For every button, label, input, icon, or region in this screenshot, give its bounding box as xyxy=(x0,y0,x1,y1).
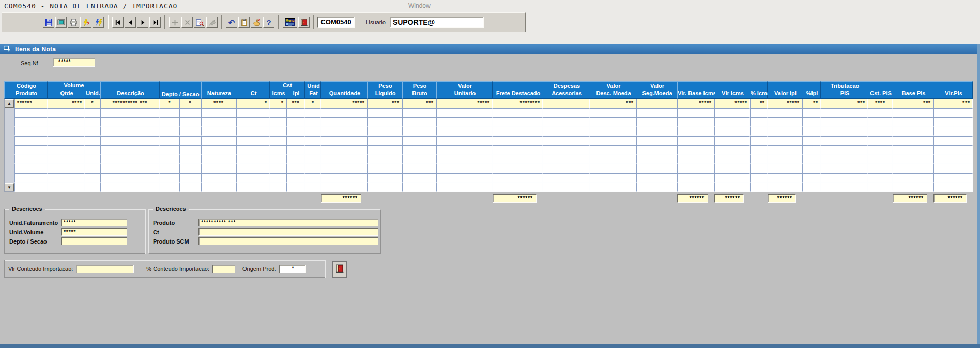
grid-cell[interactable] xyxy=(821,145,868,155)
grid-cell[interactable] xyxy=(768,145,802,155)
grid-cell[interactable] xyxy=(368,136,402,145)
grid-cell[interactable] xyxy=(436,145,493,155)
grid-cell[interactable] xyxy=(636,136,677,145)
grid-cell[interactable] xyxy=(201,108,236,117)
help-button[interactable]: ? xyxy=(263,17,274,28)
grid-cell[interactable] xyxy=(321,117,368,127)
text-field[interactable] xyxy=(61,237,127,245)
grid-cell[interactable] xyxy=(305,145,321,155)
grid-cell[interactable]: ********** *** xyxy=(100,99,160,108)
grid-cell[interactable] xyxy=(286,136,305,145)
grid-cell[interactable] xyxy=(436,155,493,164)
grid-cell[interactable] xyxy=(270,145,286,155)
grid-cell[interactable] xyxy=(321,173,368,183)
seq-nf-field[interactable]: ***** xyxy=(53,58,95,67)
grid-cell[interactable] xyxy=(802,117,821,127)
grid-cell[interactable] xyxy=(868,183,893,192)
grid-cell[interactable] xyxy=(179,136,201,145)
grid-cell[interactable] xyxy=(714,117,750,127)
grid-cell[interactable] xyxy=(160,136,179,145)
grid-cell[interactable] xyxy=(768,183,802,192)
grid-cell[interactable] xyxy=(160,117,179,127)
grid-cell[interactable] xyxy=(543,145,590,155)
grid-cell[interactable] xyxy=(201,127,236,136)
print-button[interactable] xyxy=(68,17,79,28)
grid-cell[interactable] xyxy=(100,155,160,164)
grid-cell[interactable] xyxy=(714,183,750,192)
grid-cell[interactable] xyxy=(14,108,48,117)
form-code-field[interactable]: COM0540 xyxy=(317,17,355,28)
grid-cell[interactable] xyxy=(179,164,201,173)
grid-cell[interactable]: **** xyxy=(48,99,85,108)
grid-cell[interactable] xyxy=(714,145,750,155)
grid-cell[interactable] xyxy=(236,108,270,117)
grid-cell[interactable]: ** xyxy=(802,99,821,108)
grid-cell[interactable] xyxy=(636,117,677,127)
grid-cell[interactable] xyxy=(179,155,201,164)
grid-cell[interactable] xyxy=(893,136,933,145)
grid-cell[interactable] xyxy=(48,164,85,173)
grid-cell[interactable] xyxy=(768,164,802,173)
save-button[interactable] xyxy=(43,17,54,28)
grid-cell[interactable] xyxy=(436,164,493,173)
grid-cell[interactable] xyxy=(636,127,677,136)
grid-cell[interactable]: *** xyxy=(402,99,436,108)
grid-cell[interactable] xyxy=(868,173,893,183)
grid-cell[interactable] xyxy=(543,108,590,117)
undo-button[interactable]: ↶ xyxy=(226,17,237,28)
grid-cell[interactable]: **** xyxy=(201,99,236,108)
grid-cell[interactable] xyxy=(201,164,236,173)
grid-cell[interactable] xyxy=(160,183,179,192)
grid-cell[interactable] xyxy=(160,127,179,136)
grid-cell[interactable] xyxy=(821,173,868,183)
grid-cell[interactable] xyxy=(305,108,321,117)
grid-cell[interactable] xyxy=(590,136,636,145)
grid-cell[interactable] xyxy=(714,127,750,136)
grid-cell[interactable] xyxy=(286,117,305,127)
grid-cell[interactable] xyxy=(48,108,85,117)
grid-cell[interactable] xyxy=(868,145,893,155)
grid-cell[interactable] xyxy=(893,127,933,136)
grid-cell[interactable] xyxy=(402,127,436,136)
grid-cell[interactable] xyxy=(85,183,100,192)
window-button[interactable] xyxy=(55,17,67,28)
grid-cell[interactable] xyxy=(236,136,270,145)
grid-cell[interactable]: *** xyxy=(286,99,305,108)
grid-cell[interactable] xyxy=(201,117,236,127)
grid-cell[interactable] xyxy=(85,164,100,173)
usuario-field[interactable]: SUPORTE@ xyxy=(390,17,484,28)
grid-cell[interactable] xyxy=(368,183,402,192)
grid-cell[interactable] xyxy=(893,145,933,155)
grid-cell[interactable] xyxy=(933,117,973,127)
grid-cell[interactable] xyxy=(48,155,85,164)
grid-cell[interactable] xyxy=(933,155,973,164)
insert-record-button[interactable] xyxy=(169,17,180,28)
grid-cell[interactable]: * xyxy=(236,99,270,108)
grid-cell[interactable] xyxy=(321,155,368,164)
grid-cell[interactable] xyxy=(201,155,236,164)
grid-cell[interactable] xyxy=(179,173,201,183)
grid-cell[interactable] xyxy=(636,173,677,183)
grid-cell[interactable]: ******** xyxy=(493,99,543,108)
grid-cell[interactable] xyxy=(636,108,677,117)
grid-cell[interactable] xyxy=(590,164,636,173)
grid-cell[interactable] xyxy=(179,127,201,136)
grid-cell[interactable] xyxy=(100,145,160,155)
grid-cell[interactable] xyxy=(321,127,368,136)
grid-cell[interactable] xyxy=(714,155,750,164)
grid-cell[interactable] xyxy=(100,117,160,127)
grid-cell[interactable] xyxy=(750,108,768,117)
grid-cell[interactable] xyxy=(201,173,236,183)
grid-cell[interactable] xyxy=(821,117,868,127)
grid-cell[interactable]: ***** xyxy=(714,99,750,108)
grid-cell[interactable] xyxy=(493,145,543,155)
grid-cell[interactable] xyxy=(436,136,493,145)
grid-cell[interactable] xyxy=(493,136,543,145)
grid-cell[interactable] xyxy=(636,145,677,155)
grid-cell[interactable] xyxy=(270,108,286,117)
grid-cell[interactable] xyxy=(402,183,436,192)
grid-cell[interactable] xyxy=(768,155,802,164)
grid-cell[interactable] xyxy=(868,108,893,117)
grid-cell[interactable] xyxy=(590,145,636,155)
grid-cell[interactable] xyxy=(236,155,270,164)
